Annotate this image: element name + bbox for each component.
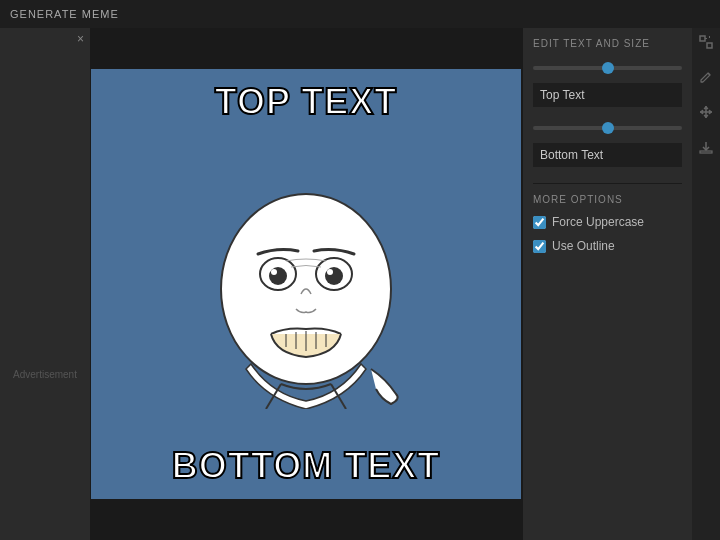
ad-label: Advertisement [13, 369, 77, 380]
divider [533, 183, 682, 184]
svg-point-2 [269, 267, 287, 285]
bottom-text-input[interactable] [533, 143, 682, 167]
close-button[interactable]: × [77, 32, 84, 46]
use-outline-row[interactable]: Use Outline [533, 239, 682, 253]
top-text-size-slider[interactable] [533, 66, 682, 70]
bottom-slider-container [533, 119, 682, 133]
left-sidebar: × Advertisement [0, 28, 90, 540]
force-uppercase-checkbox[interactable] [533, 216, 546, 229]
force-uppercase-label: Force Uppercase [552, 215, 644, 229]
download-icon[interactable] [699, 140, 713, 154]
use-outline-label: Use Outline [552, 239, 615, 253]
svg-rect-13 [707, 43, 712, 48]
main-layout: × Advertisement TOP TEXT [0, 28, 720, 540]
svg-rect-16 [700, 151, 712, 153]
right-panel: EDIT TEXT AND SIZE MORE OPTIONS Force Up… [522, 28, 692, 540]
edit-section-label: EDIT TEXT AND SIZE [533, 38, 682, 49]
meme-face [206, 179, 406, 409]
use-outline-checkbox[interactable] [533, 240, 546, 253]
meme-container: TOP TEXT [91, 69, 521, 499]
svg-point-3 [271, 269, 277, 275]
top-slider-container [533, 59, 682, 73]
force-uppercase-row[interactable]: Force Uppercase [533, 215, 682, 229]
canvas-area: TOP TEXT [90, 28, 522, 540]
resize-icon[interactable] [698, 34, 714, 50]
svg-rect-12 [700, 36, 705, 41]
app-title: GENERATE MEME [10, 8, 119, 20]
bottom-text-size-slider[interactable] [533, 126, 682, 130]
right-toolbar [692, 28, 720, 540]
more-options-label: MORE OPTIONS [533, 194, 682, 205]
app-header: GENERATE MEME [0, 0, 720, 28]
meme-top-text: TOP TEXT [91, 81, 521, 123]
move-icon[interactable] [698, 104, 714, 120]
svg-point-5 [325, 267, 343, 285]
svg-point-6 [327, 269, 333, 275]
edit-icon[interactable] [699, 70, 713, 84]
top-text-input[interactable] [533, 83, 682, 107]
meme-bottom-text: BOTTOM TEXT [91, 445, 521, 487]
